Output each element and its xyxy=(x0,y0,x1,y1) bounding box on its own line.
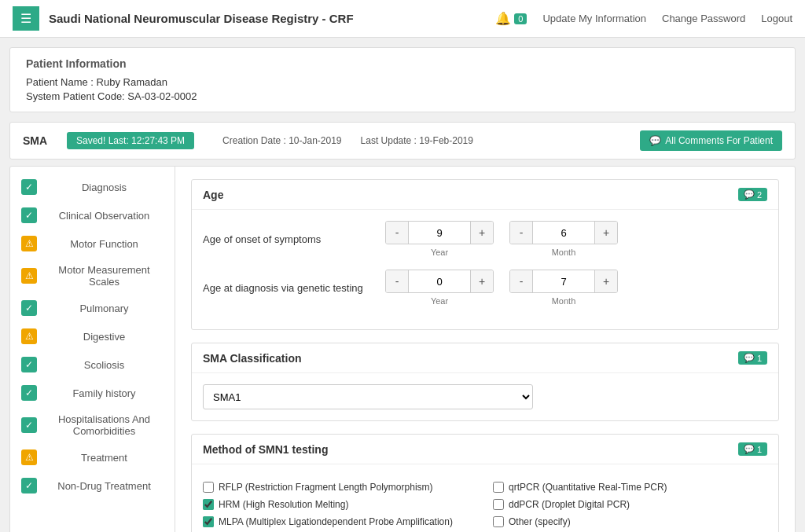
patient-name: Patient Name : Ruby Ramadan xyxy=(26,76,779,88)
bell-count: 0 xyxy=(514,13,527,24)
diagnosis-fields: - + Year - + Month xyxy=(385,270,618,306)
diagnosis-year-increment[interactable]: + xyxy=(471,270,493,292)
qrtpcr-checkbox[interactable] xyxy=(493,482,504,493)
non-drug-treatment-status-icon: ✓ xyxy=(21,478,37,493)
saved-badge: Saved! Last: 12:27:43 PM xyxy=(67,132,194,149)
onset-label: Age of onset of symptoms xyxy=(203,233,376,245)
diagnosis-year-decrement[interactable]: - xyxy=(386,270,408,292)
sidebar-item-clinical-observation[interactable]: ✓ Clinical Observation xyxy=(10,201,175,229)
onset-month-decrement[interactable]: - xyxy=(510,222,532,244)
onset-month-group: - + Month xyxy=(509,221,618,257)
sma-classification-select[interactable]: SMA1 SMA2 SMA3 SMA4 xyxy=(203,384,533,409)
motor-measurement-status-icon: ⚠ xyxy=(21,268,37,284)
logout-link[interactable]: Logout xyxy=(761,13,792,24)
smn1-comment-badge[interactable]: 💬 1 xyxy=(738,442,767,456)
digestive-status-icon: ⚠ xyxy=(21,328,37,344)
menu-icon[interactable]: ☰ xyxy=(13,6,39,31)
smn1-checkbox-grid: RFLP (Restriction Fragment Length Polymo… xyxy=(203,482,767,532)
bell-notification[interactable]: 🔔 0 xyxy=(495,11,527,26)
diagnosis-year-label: Year xyxy=(385,296,494,306)
sidebar-item-label: Treatment xyxy=(45,452,164,464)
diagnosis-month-decrement[interactable]: - xyxy=(510,270,532,292)
update-info-link[interactable]: Update My Information xyxy=(542,13,646,24)
onset-month-increment[interactable]: + xyxy=(595,222,617,244)
age-comment-badge[interactable]: 💬 2 xyxy=(738,188,767,201)
last-update: Last Update : 19-Feb-2019 xyxy=(361,135,473,146)
sidebar-item-label: Hospitalisations And Comorbidities xyxy=(45,413,164,437)
diagnosis-month-stepper: - + xyxy=(509,270,618,293)
comment-icon: 💬 xyxy=(649,135,661,146)
sma-bar: SMA Saved! Last: 12:27:43 PM Creation Da… xyxy=(9,122,796,160)
creation-date: Creation Date : 10-Jan-2019 xyxy=(222,135,341,146)
comment-icon: 💬 xyxy=(744,353,755,363)
pulmonary-status-icon: ✓ xyxy=(21,300,37,316)
qrtpcr-label: qrtPCR (Quantitative Real-Time PCR) xyxy=(509,482,667,493)
bell-icon[interactable]: 🔔 xyxy=(495,11,511,26)
sidebar-item-label: Pulmonary xyxy=(45,303,164,314)
sidebar-item-family-history[interactable]: ✓ Family history xyxy=(10,379,175,407)
onset-month-input[interactable] xyxy=(532,222,595,244)
diagnosis-year-input[interactable] xyxy=(408,270,471,292)
rflp-label: RFLP (Restriction Fragment Length Polymo… xyxy=(219,482,433,493)
sidebar-item-label: Scoliosis xyxy=(45,359,164,371)
age-section: Age 💬 2 Age of onset of symptoms - xyxy=(191,179,779,330)
classification-title: SMA Classification xyxy=(203,352,302,365)
classification-section-body: SMA1 SMA2 SMA3 SMA4 xyxy=(192,373,778,420)
diagnosis-label: Age at diagnosis via genetic testing xyxy=(203,282,376,294)
sidebar-item-pulmonary[interactable]: ✓ Pulmonary xyxy=(10,294,175,322)
checkbox-rflp: RFLP (Restriction Fragment Length Polymo… xyxy=(203,482,477,493)
diagnosis-status-icon: ✓ xyxy=(21,179,37,195)
onset-year-decrement[interactable]: - xyxy=(386,222,408,244)
onset-month-stepper: - + xyxy=(509,221,618,244)
sidebar-item-diagnosis[interactable]: ✓ Diagnosis xyxy=(10,173,175,201)
classification-section-header: SMA Classification 💬 1 xyxy=(192,343,778,373)
sidebar-item-label: Non-Drug Treatment xyxy=(45,480,164,492)
rflp-checkbox[interactable] xyxy=(203,482,214,493)
sidebar-item-scoliosis[interactable]: ✓ Scoliosis xyxy=(10,350,175,379)
patient-info-title: Patient Information xyxy=(26,57,779,70)
sidebar-item-treatment[interactable]: ⚠ Treatment xyxy=(10,443,175,471)
smn1-comment-count: 1 xyxy=(757,445,762,454)
sidebar-item-non-drug-treatment[interactable]: ✓ Non-Drug Treatment xyxy=(10,471,175,500)
all-comments-button[interactable]: 💬 All Comments For Patient xyxy=(640,130,782,151)
change-password-link[interactable]: Change Password xyxy=(662,13,745,24)
onset-year-input[interactable] xyxy=(408,222,471,244)
checkbox-hrm: HRM (High Resolution Melting) xyxy=(203,499,477,510)
diagnosis-year-stepper: - + xyxy=(385,270,494,293)
sidebar-item-motor-measurement-scales[interactable]: ⚠ Motor Measurement Scales xyxy=(10,258,175,294)
form-area: Age 💬 2 Age of onset of symptoms - xyxy=(175,167,795,532)
hrm-checkbox[interactable] xyxy=(203,499,214,510)
clinical-observation-status-icon: ✓ xyxy=(21,207,37,223)
other-checkbox[interactable] xyxy=(493,516,504,527)
age-section-title: Age xyxy=(203,189,223,201)
diagnosis-year-group: - + Year xyxy=(385,270,494,306)
classification-section: SMA Classification 💬 1 SMA1 SMA2 SMA3 SM… xyxy=(191,343,779,421)
sidebar-item-label: Family history xyxy=(45,387,164,399)
diagnosis-month-label: Month xyxy=(509,296,618,306)
other-label: Other (specify) xyxy=(509,516,571,527)
mlpa-checkbox[interactable] xyxy=(203,516,214,527)
sidebar-item-motor-function[interactable]: ⚠ Motor Function xyxy=(10,229,175,258)
sidebar-item-label: Clinical Observation xyxy=(45,210,164,222)
onset-row: Age of onset of symptoms - + Year xyxy=(203,221,767,257)
checkbox-ddpcr: ddPCR (Droplet Digital PCR) xyxy=(493,499,767,510)
sidebar-item-hospitalisations[interactable]: ✓ Hospitalisations And Comorbidities xyxy=(10,407,175,443)
ddpcr-checkbox[interactable] xyxy=(493,499,504,510)
checkbox-other: Other (specify) xyxy=(493,516,767,527)
onset-month-label: Month xyxy=(509,248,618,257)
onset-year-increment[interactable]: + xyxy=(471,222,493,244)
smn1-section: Method of SMN1 testing 💬 1 RFLP (Restric… xyxy=(191,434,779,532)
hospitalisations-status-icon: ✓ xyxy=(21,417,37,433)
classification-comment-badge[interactable]: 💬 1 xyxy=(738,351,767,365)
diagnosis-month-increment[interactable]: + xyxy=(595,270,617,292)
sidebar: ✓ Diagnosis ✓ Clinical Observation ⚠ Mot… xyxy=(10,167,175,532)
smn1-title: Method of SMN1 testing xyxy=(203,443,328,456)
diagnosis-month-input[interactable] xyxy=(532,270,595,292)
treatment-status-icon: ⚠ xyxy=(21,449,37,465)
motor-function-status-icon: ⚠ xyxy=(21,236,37,251)
onset-year-label: Year xyxy=(385,248,494,257)
app-title: Saudi National Neuromuscular Disease Reg… xyxy=(49,12,495,25)
onset-year-group: - + Year xyxy=(385,221,494,257)
onset-fields: - + Year - + Month xyxy=(385,221,618,257)
sidebar-item-digestive[interactable]: ⚠ Digestive xyxy=(10,322,175,350)
